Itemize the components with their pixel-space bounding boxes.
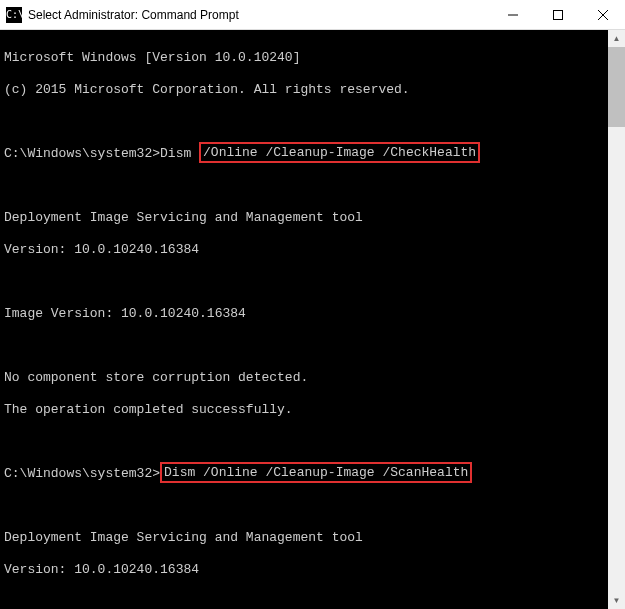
- output-line: [4, 498, 604, 514]
- output-line: The operation completed successfully.: [4, 402, 604, 418]
- scroll-down-button[interactable]: ▼: [608, 592, 625, 609]
- output-line: (c) 2015 Microsoft Corporation. All righ…: [4, 82, 604, 98]
- highlighted-command: /Online /Cleanup-Image /CheckHealth: [199, 142, 480, 163]
- console-area: Microsoft Windows [Version 10.0.10240] (…: [0, 30, 625, 609]
- output-line: [4, 434, 604, 450]
- command-line: C:\Windows\system32>Dism /Online /Cleanu…: [4, 146, 604, 162]
- window-controls: [490, 0, 625, 30]
- output-line: Version: 10.0.10240.16384: [4, 242, 604, 258]
- output-line: [4, 594, 604, 609]
- output-line: Image Version: 10.0.10240.16384: [4, 306, 604, 322]
- output-line: [4, 114, 604, 130]
- output-line: [4, 178, 604, 194]
- prompt-text: C:\Windows\system32>: [4, 466, 160, 481]
- prompt-text: C:\Windows\system32>Dism: [4, 146, 199, 161]
- vertical-scrollbar[interactable]: ▲ ▼: [608, 30, 625, 609]
- scroll-thumb[interactable]: [608, 47, 625, 127]
- output-line: Deployment Image Servicing and Managemen…: [4, 530, 604, 546]
- output-line: [4, 338, 604, 354]
- svg-rect-1: [553, 10, 562, 19]
- scroll-up-button[interactable]: ▲: [608, 30, 625, 47]
- scroll-track[interactable]: [608, 47, 625, 592]
- output-line: Microsoft Windows [Version 10.0.10240]: [4, 50, 604, 66]
- command-line: C:\Windows\system32>Dism /Online /Cleanu…: [4, 466, 604, 482]
- minimize-button[interactable]: [490, 0, 535, 30]
- output-line: [4, 274, 604, 290]
- console-output[interactable]: Microsoft Windows [Version 10.0.10240] (…: [0, 30, 608, 609]
- window-title: Select Administrator: Command Prompt: [28, 8, 490, 22]
- highlighted-command: Dism /Online /Cleanup-Image /ScanHealth: [160, 462, 472, 483]
- cmd-icon: C:\: [6, 7, 22, 23]
- titlebar[interactable]: C:\ Select Administrator: Command Prompt: [0, 0, 625, 30]
- output-line: Deployment Image Servicing and Managemen…: [4, 210, 604, 226]
- maximize-button[interactable]: [535, 0, 580, 30]
- close-button[interactable]: [580, 0, 625, 30]
- output-line: Version: 10.0.10240.16384: [4, 562, 604, 578]
- output-line: No component store corruption detected.: [4, 370, 604, 386]
